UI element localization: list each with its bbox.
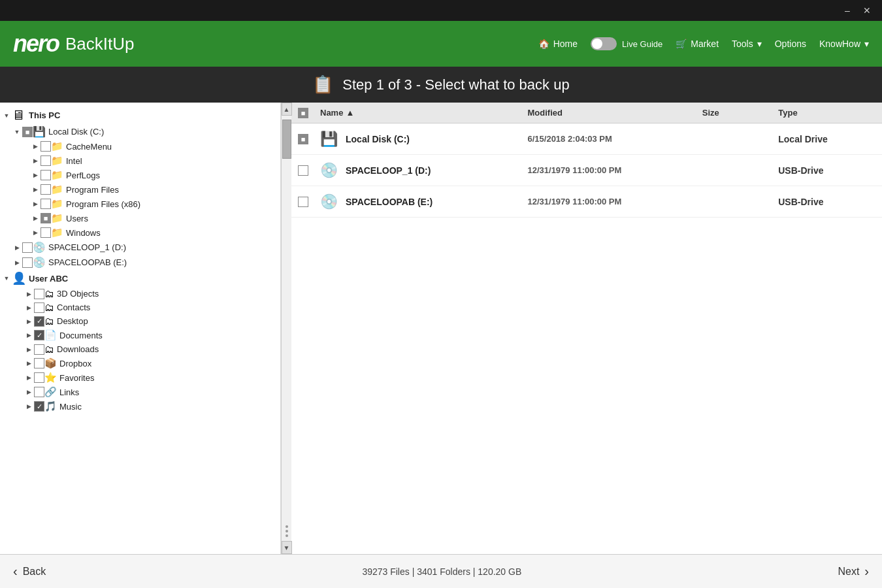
- tree-item-perflogs[interactable]: ▶ 📁 PerfLogs: [0, 168, 280, 182]
- expand-dropbox[interactable]: ▶: [24, 358, 34, 368]
- check-local-disk-c[interactable]: ■: [22, 127, 33, 137]
- check-program-files[interactable]: [41, 184, 51, 195]
- tree-item-links[interactable]: ▶ 🔗 Links: [0, 385, 280, 399]
- back-button[interactable]: ‹ Back: [13, 564, 46, 579]
- expand-3dobjects[interactable]: ▶: [24, 289, 34, 299]
- tree-scrollbar[interactable]: ▲ ▼: [281, 103, 291, 554]
- check-spaceloop1[interactable]: [22, 242, 33, 253]
- tree-c-children: ▶ 📁 CacheMenu ▶ 📁 Intel ▶ 📁 PerfLogs ▶: [0, 139, 280, 240]
- expand-favorites[interactable]: ▶: [24, 372, 34, 383]
- file-row-local-disk-c[interactable]: ■ 💾 Local Disk (C:) 6/15/2018 2:04:03 PM…: [291, 123, 882, 155]
- tree-item-documents[interactable]: ▶ ✓ 📄 Documents: [0, 328, 280, 342]
- check-documents[interactable]: ✓: [34, 330, 44, 340]
- row-icon-d: 💿: [320, 162, 338, 179]
- tree-item-cachemenu[interactable]: ▶ 📁 CacheMenu: [0, 139, 280, 154]
- check-desktop[interactable]: ✓: [34, 316, 44, 327]
- header-check-col: ■: [291, 108, 315, 118]
- tree-item-program-files[interactable]: ▶ 📁 Program Files: [0, 182, 280, 197]
- check-contacts[interactable]: [34, 302, 44, 313]
- tree-item-this-pc[interactable]: ▼ 🖥 This PC: [0, 106, 280, 124]
- expand-perflogs[interactable]: ▶: [30, 170, 41, 180]
- folder-favorites-icon: ⭐: [44, 372, 57, 384]
- knowhow-button[interactable]: KnowHow ▾: [819, 39, 869, 49]
- tree-item-contacts[interactable]: ▶ 🗂 Contacts: [0, 301, 280, 314]
- row-checkbox-e[interactable]: [298, 197, 308, 207]
- check-windows[interactable]: [41, 227, 51, 238]
- next-button[interactable]: Next ›: [838, 564, 869, 579]
- expand-contacts[interactable]: ▶: [24, 302, 34, 313]
- check-spaceloopab[interactable]: [22, 257, 33, 268]
- check-dropbox[interactable]: [34, 358, 44, 368]
- expand-cachemenu[interactable]: ▶: [30, 141, 41, 152]
- expand-documents[interactable]: ▶: [24, 330, 34, 340]
- tree-item-spaceloop1[interactable]: ▶ 💿 SPACELOOP_1 (D:): [0, 240, 280, 255]
- tree-panel[interactable]: ▼ 🖥 This PC ▼ ■ 💾 Local Disk (C:) ▶ 📁 Ca…: [0, 103, 281, 554]
- header-modified-col[interactable]: Modified: [523, 108, 697, 118]
- check-intel[interactable]: [41, 155, 51, 166]
- liveguide-toggle[interactable]: [591, 37, 617, 50]
- tree-item-dropbox[interactable]: ▶ 📦 Dropbox: [0, 356, 280, 370]
- expand-e[interactable]: ▶: [12, 257, 22, 268]
- check-downloads[interactable]: [34, 344, 44, 355]
- tree-item-local-disk-c[interactable]: ▼ ■ 💾 Local Disk (C:): [0, 124, 280, 139]
- row-checkbox-c[interactable]: ■: [298, 134, 308, 144]
- tree-item-users[interactable]: ▶ ■ 📁 Users: [0, 211, 280, 225]
- file-row-spaceloopab[interactable]: 💿 SPACELOOPAB (E:) 12/31/1979 11:00:00 P…: [291, 186, 882, 218]
- user-abc-label: User ABC: [29, 274, 68, 284]
- expand-downloads[interactable]: ▶: [24, 344, 34, 355]
- tree-item-favorites[interactable]: ▶ ⭐ Favorites: [0, 370, 280, 385]
- scroll-thumb[interactable]: [282, 120, 291, 159]
- expand-programfiles[interactable]: ▶: [30, 184, 41, 195]
- tree-item-desktop[interactable]: ▶ ✓ 🗂 Desktop: [0, 314, 280, 328]
- tree-item-downloads[interactable]: ▶ 🗂 Downloads: [0, 342, 280, 356]
- check-cachemenu[interactable]: [41, 141, 51, 152]
- expand-programfilesx86[interactable]: ▶: [30, 199, 41, 209]
- header-size-col[interactable]: Size: [697, 108, 774, 118]
- expand-links[interactable]: ▶: [24, 387, 34, 397]
- header: nero BackItUp 🏠 Home Live Guide 🛒 Market…: [0, 21, 882, 67]
- scroll-up-button[interactable]: ▲: [282, 103, 292, 116]
- row-checkbox-d[interactable]: [298, 165, 308, 176]
- file-row-spaceloop1[interactable]: 💿 SPACELOOP_1 (D:) 12/31/1979 11:00:00 P…: [291, 155, 882, 186]
- check-favorites[interactable]: [34, 372, 44, 383]
- check-links[interactable]: [34, 387, 44, 397]
- expand-windows[interactable]: ▶: [30, 227, 41, 238]
- market-button[interactable]: 🛒 Market: [676, 39, 719, 49]
- check-program-files-x86[interactable]: [41, 199, 51, 209]
- check-perflogs[interactable]: [41, 170, 51, 180]
- tree-item-3d-objects[interactable]: ▶ 🗂 3D Objects: [0, 287, 280, 301]
- scroll-down-button[interactable]: ▼: [282, 541, 292, 554]
- expand-icon[interactable]: ▼: [1, 110, 12, 121]
- check-music[interactable]: ✓: [34, 401, 44, 412]
- header-checkbox[interactable]: ■: [298, 108, 308, 118]
- tools-button[interactable]: Tools ▾: [732, 39, 762, 49]
- folder-3dobjects-icon: 🗂: [44, 288, 54, 299]
- tree-item-spaceloopab[interactable]: ▶ 💿 SPACELOOPAB (E:): [0, 255, 280, 270]
- check-users[interactable]: ■: [41, 213, 51, 223]
- expand-c-icon[interactable]: ▼: [12, 127, 22, 137]
- close-button[interactable]: ✕: [857, 1, 877, 20]
- minimize-button[interactable]: –: [838, 1, 857, 20]
- expand-music[interactable]: ▶: [24, 401, 34, 412]
- header-name-col[interactable]: Name ▲: [315, 108, 523, 118]
- home-button[interactable]: 🏠 Home: [538, 39, 578, 49]
- expand-user-abc[interactable]: ▼: [1, 273, 12, 284]
- tree-item-program-files-x86[interactable]: ▶ 📁 Program Files (x86): [0, 197, 280, 211]
- footer: ‹ Back 39273 Files | 3401 Folders | 120.…: [0, 554, 882, 588]
- options-button[interactable]: Options: [775, 39, 806, 49]
- tree-item-user-abc[interactable]: ▼ 👤 User ABC: [0, 270, 280, 287]
- tree-item-windows[interactable]: ▶ 📁 Windows: [0, 225, 280, 240]
- expand-d[interactable]: ▶: [12, 242, 22, 253]
- col-name-label: Name: [320, 108, 343, 118]
- tree-item-intel[interactable]: ▶ 📁 Intel: [0, 154, 280, 168]
- expand-desktop[interactable]: ▶: [24, 316, 34, 327]
- tree-item-music[interactable]: ▶ ✓ 🎵 Music: [0, 399, 280, 414]
- col-modified-label: Modified: [528, 108, 563, 118]
- expand-intel[interactable]: ▶: [30, 155, 41, 166]
- expand-users[interactable]: ▶: [30, 213, 41, 223]
- footer-info: 39273 Files | 3401 Folders | 120.20 GB: [46, 566, 838, 577]
- pc-icon: 🖥: [12, 108, 25, 123]
- header-type-col[interactable]: Type: [773, 108, 882, 118]
- back-arrow-icon: ‹: [13, 564, 18, 579]
- check-3d-objects[interactable]: [34, 289, 44, 299]
